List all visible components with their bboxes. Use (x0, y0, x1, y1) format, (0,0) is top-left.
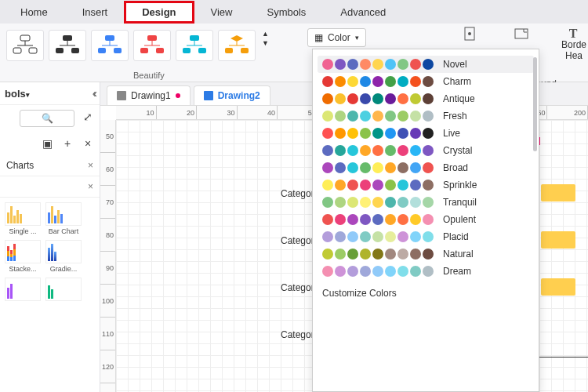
color-scheme-sprinkle[interactable]: Sprinkle (318, 176, 534, 194)
chart-bar-shape[interactable] (541, 278, 575, 296)
swatch-row (322, 76, 434, 87)
symbols-search-input[interactable]: 🔍 (20, 110, 74, 127)
scheme-name: Broad (443, 162, 468, 173)
theme-style-1[interactable] (6, 30, 44, 61)
color-scheme-crystal[interactable]: Crystal (318, 142, 534, 159)
chart-thumb-stacked[interactable]: Stacke... (5, 240, 41, 273)
close-icon[interactable]: × (81, 136, 95, 151)
chart-bar-shape[interactable] (541, 231, 575, 249)
chart-thumb-single[interactable]: Single ... (5, 202, 41, 235)
color-swatch (397, 266, 408, 277)
scheme-name: Charm (443, 76, 471, 87)
color-swatch (360, 93, 371, 104)
page-portrait-icon[interactable] (463, 27, 477, 41)
svg-marker-25 (230, 35, 243, 42)
color-swatch (423, 145, 434, 156)
gallery-more-icon[interactable]: ▼ (262, 39, 269, 47)
color-swatch (322, 249, 333, 260)
color-scheme-novel[interactable]: Novel (318, 56, 534, 73)
chart-thumb-generic[interactable] (45, 278, 82, 301)
menu-advanced[interactable]: Advanced (323, 2, 403, 23)
theme-style-5[interactable] (176, 30, 213, 61)
gallery-more-icon[interactable]: ▲ (262, 30, 269, 38)
symbols-category-empty[interactable]: × (0, 176, 100, 198)
expand-icon[interactable]: ⤢ (81, 110, 95, 124)
chart-bar-shape[interactable] (541, 184, 575, 201)
color-swatch (360, 145, 371, 156)
ruler-tick: 110 (100, 318, 115, 350)
ruler-tick: 30 (197, 106, 238, 119)
ruler-tick: 60 (100, 153, 115, 186)
theme-style-6[interactable] (218, 30, 256, 61)
swatch-row (322, 249, 434, 260)
library-icon[interactable]: ▣ (40, 136, 54, 151)
chart-thumb-gradient[interactable]: Gradie... (45, 240, 82, 273)
color-swatch (335, 197, 346, 208)
scrollbar-thumb[interactable] (533, 57, 537, 151)
menu-insert[interactable]: Insert (65, 2, 125, 23)
canvas-text[interactable]: Categor (281, 329, 314, 340)
color-scheme-fresh[interactable]: Fresh (318, 107, 534, 125)
color-swatch (423, 231, 434, 242)
close-icon[interactable]: × (88, 160, 93, 171)
svg-rect-18 (140, 48, 148, 53)
color-dropdown-button[interactable]: ▦ Color ▾ (307, 28, 366, 47)
scheme-name: Fresh (443, 111, 467, 122)
color-swatch (385, 197, 396, 208)
chart-thumb-generic[interactable] (5, 278, 41, 301)
canvas-text[interactable]: Categor (281, 188, 314, 199)
menu-view[interactable]: View (194, 2, 250, 23)
theme-style-3[interactable] (91, 30, 129, 61)
color-scheme-opulent[interactable]: Opulent (318, 211, 534, 228)
canvas-text[interactable]: Categor (281, 282, 314, 293)
unsaved-dot-icon (176, 93, 180, 98)
color-swatch (385, 266, 396, 277)
color-scheme-tranquil[interactable]: Tranquil (318, 194, 534, 211)
color-swatch (335, 249, 346, 260)
color-scheme-placid[interactable]: Placid (318, 228, 534, 245)
color-scheme-natural[interactable]: Natural (318, 245, 534, 263)
ruler-tick: 120 (100, 350, 115, 383)
close-icon[interactable]: × (88, 181, 93, 192)
color-swatch (360, 197, 371, 208)
menu-symbols[interactable]: Symbols (250, 2, 324, 23)
color-swatch (347, 214, 358, 225)
color-swatch (410, 128, 421, 139)
color-swatch (322, 197, 333, 208)
svg-rect-14 (114, 48, 122, 53)
menu-design[interactable]: Design (125, 2, 193, 23)
doc-tab-drawing2[interactable]: Drawing2 (194, 85, 270, 105)
page-landscape-icon[interactable] (514, 27, 528, 41)
canvas-text[interactable]: Categor (281, 235, 314, 246)
color-swatch (335, 162, 346, 173)
customize-colors-link[interactable]: Customize Colors (318, 280, 534, 302)
swatch-row (322, 162, 434, 173)
doc-icon (117, 91, 126, 100)
menu-home[interactable]: Home (3, 2, 65, 23)
color-swatch (360, 266, 371, 277)
theme-style-2[interactable] (49, 30, 86, 61)
color-swatch (397, 214, 408, 225)
color-swatch (335, 93, 346, 104)
doc-tab-drawing1[interactable]: Drawing1 (107, 85, 191, 105)
border-head-label: Borde Hea (561, 39, 586, 62)
color-swatch (335, 128, 346, 139)
color-swatch (423, 111, 434, 122)
color-scheme-panel: NovelCharmAntiqueFreshLiveCrystalBroadSp… (312, 49, 539, 392)
color-scheme-charm[interactable]: Charm (318, 73, 534, 90)
color-swatch (372, 76, 383, 87)
color-swatch (322, 266, 333, 277)
color-scheme-live[interactable]: Live (318, 125, 534, 142)
svg-rect-0 (20, 35, 30, 41)
add-icon[interactable]: + (60, 136, 74, 151)
color-swatch (347, 162, 358, 173)
color-scheme-antique[interactable]: Antique (318, 90, 534, 107)
color-scheme-broad[interactable]: Broad (318, 159, 534, 176)
symbols-category-charts[interactable]: Charts × (0, 155, 100, 176)
beautify-group-label: Beautify (133, 71, 165, 80)
theme-style-4[interactable] (133, 30, 171, 61)
chevron-down-icon[interactable]: ▾ (26, 91, 30, 99)
color-scheme-dream[interactable]: Dream (318, 263, 534, 280)
collapse-panel-icon[interactable]: ‹‹ (93, 87, 95, 100)
chart-thumb-bar[interactable]: Bar Chart (45, 202, 82, 235)
